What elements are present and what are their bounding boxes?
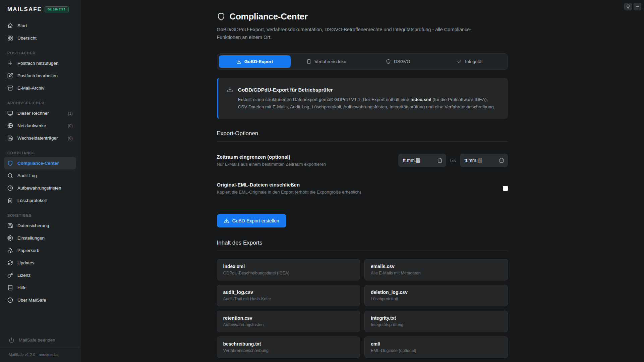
export-file-card: retention.csv Aufbewahrungsfristen [217, 311, 360, 332]
date-range-separator: bis [450, 158, 456, 163]
sidebar-item-label: Netzlaufwerke [17, 123, 46, 128]
quit-label: MailSafe beenden [19, 338, 55, 343]
sidebar-item-label: Updates [17, 260, 34, 265]
lightbulb-icon [626, 4, 630, 9]
sidebar-item-ueber-mailsafe[interactable]: Über MailSafe [4, 294, 76, 306]
sidebar-item-lizenz[interactable]: Lizenz [4, 269, 76, 281]
sidebar-item-uebersicht[interactable]: Übersicht [4, 32, 76, 44]
sidebar-item-hilfe[interactable]: Hilfe [4, 281, 76, 294]
sidebar-item-papierkorb[interactable]: Papierkorb [4, 244, 76, 257]
sidebar-item-label: Compliance-Center [17, 161, 59, 166]
date-range-sublabel: Nur E-Mails aus einem bestimmten Zeitrau… [217, 162, 326, 167]
sidebar-item-label: Einstellungen [17, 236, 45, 241]
item-count-badge: (0) [68, 136, 73, 141]
book-icon [7, 285, 13, 291]
date-range-label: Zeitraum eingrenzen (optional) [217, 154, 326, 160]
sidebar-item-loeschprotokoll[interactable]: Löschprotokoll [4, 194, 76, 207]
calendar-icon [437, 158, 442, 163]
sidebar-item-dieser-rechner[interactable]: Dieser Rechner (1) [4, 107, 76, 119]
minimize-icon [635, 4, 640, 9]
tab-label: Integrität [465, 59, 483, 64]
compliance-tabbar: GoBD-Export Verfahrensdoku DSGVO Integri… [217, 53, 508, 70]
theme-toggle-button[interactable] [624, 3, 632, 10]
sidebar-item-label: Hilfe [17, 285, 26, 290]
app-logo-text: MAILSAFE [7, 6, 42, 13]
date-from-input[interactable]: tt.mm.jjjj [398, 154, 446, 167]
tab-dsgvo[interactable]: DSGVO [362, 55, 434, 68]
file-description: GDPdU-Beschreibungsdatei (IDEA) [223, 271, 354, 275]
sidebar-item-label: Audit-Log [17, 173, 37, 178]
gear-icon [7, 235, 13, 241]
eml-option-row: Original-EML-Dateien einschließen Kopier… [217, 182, 508, 195]
sidebar-item-netzlaufwerke[interactable]: Netzlaufwerke (0) [4, 119, 76, 132]
edit-icon [7, 73, 13, 79]
date-range-option-row: Zeitraum eingrenzen (optional) Nur E-Mai… [217, 154, 508, 167]
calendar-icon [499, 158, 504, 163]
create-export-button[interactable]: GoBD-Export erstellen [217, 214, 286, 227]
minimize-button[interactable] [634, 3, 641, 10]
file-description: Löschprotokoll [371, 297, 502, 301]
sidebar-item-label: Lizenz [17, 273, 31, 278]
sidebar-item-postfach-bearbeiten[interactable]: Postfach bearbeiten [4, 69, 76, 82]
export-file-card: eml/ EML-Originale (optional) [364, 337, 508, 358]
clock-icon [7, 185, 13, 191]
tab-gobd-export[interactable]: GoBD-Export [219, 55, 291, 68]
section-title-archivspeicher: ARCHIVSPEICHER [7, 101, 73, 105]
export-file-card: emails.csv Alle E-Mails mit Metadaten [364, 259, 508, 280]
sidebar-item-aufbewahrungsfristen[interactable]: Aufbewahrungsfristen [4, 182, 76, 194]
main-content: Compliance-Center GoBD/GDPdU-Export, Ver… [80, 0, 644, 362]
sidebar-item-postfach-hinzufuegen[interactable]: Postfach hinzufügen [4, 57, 76, 69]
quit-button[interactable]: MailSafe beenden [4, 333, 76, 348]
document-icon [306, 59, 311, 64]
export-options-heading: Export-Optionen [217, 130, 508, 142]
sidebar-item-label: Papierkorb [17, 248, 39, 253]
export-file-card: index.xml GDPdU-Beschreibungsdatei (IDEA… [217, 259, 360, 280]
sidebar-item-datensicherung[interactable]: Datensicherung [4, 219, 76, 232]
tab-verfahrensdoku[interactable]: Verfahrensdoku [291, 55, 362, 68]
sidebar-item-start[interactable]: Start [4, 19, 76, 32]
grid-icon [7, 35, 13, 41]
sidebar-item-label: Löschprotokoll [17, 198, 47, 203]
sidebar-item-label: Über MailSafe [17, 298, 46, 303]
sidebar-item-compliance-center[interactable]: Compliance-Center [4, 157, 76, 169]
sidebar-item-label: Datensicherung [17, 223, 49, 228]
tab-integritaet[interactable]: Integrität [434, 55, 506, 68]
file-description: Audit-Trail mit Hash-Kette [223, 297, 354, 301]
download-icon [224, 218, 229, 223]
file-name: beschreibung.txt [223, 341, 354, 347]
section-title-postfaecher: POSTFÄCHER [7, 51, 73, 55]
date-from-placeholder: tt.mm.jjjj [403, 158, 420, 163]
sidebar-item-email-archiv[interactable]: E-Mail-Archiv [4, 82, 76, 94]
include-eml-checkbox[interactable] [503, 186, 508, 191]
info-icon [7, 297, 13, 303]
plus-icon [7, 60, 13, 66]
info-box-title: GoBD/GDPdU-Export für Betriebsprüfer [238, 87, 333, 93]
page-subtitle: GoBD/GDPdU-Export, Verfahrensdokumentati… [217, 26, 488, 41]
file-description: Aufbewahrungsfristen [223, 322, 354, 327]
sidebar-item-label: E-Mail-Archiv [17, 86, 44, 91]
file-name: integrity.txt [371, 315, 502, 321]
export-file-grid: index.xml GDPdU-Beschreibungsdatei (IDEA… [217, 259, 508, 362]
gobd-info-box: GoBD/GDPdU-Export für Betriebsprüfer Ers… [217, 78, 508, 119]
file-name: emails.csv [371, 264, 502, 269]
sidebar-item-audit-log[interactable]: Audit-Log [4, 169, 76, 182]
sidebar-item-label: Aufbewahrungsfristen [17, 186, 61, 191]
eml-option-label: Original-EML-Dateien einschließen [217, 182, 361, 188]
recycle-icon [7, 248, 13, 253]
shield-icon [386, 59, 391, 64]
export-contents-heading: Inhalt des Exports [217, 240, 508, 251]
window-controls [624, 3, 641, 10]
power-icon [9, 337, 14, 343]
date-to-input[interactable]: tt.mm.jjjj [460, 154, 508, 167]
tab-label: Verfahrensdoku [314, 59, 346, 64]
business-badge: BUSINESS [45, 6, 69, 12]
export-file-card: integrity.txt Integritätsprüfung [364, 311, 508, 332]
download-icon [236, 59, 241, 64]
info-box-body: Erstellt einen strukturierten Datenexpor… [238, 96, 499, 111]
sidebar-item-wechseldatentraeger[interactable]: Wechseldatenträger (0) [4, 132, 76, 144]
file-name: retention.csv [223, 315, 354, 321]
home-icon [7, 23, 13, 29]
page-header: Compliance-Center [217, 11, 508, 22]
sidebar-item-einstellungen[interactable]: Einstellungen [4, 232, 76, 244]
sidebar-item-updates[interactable]: Updates [4, 257, 76, 269]
